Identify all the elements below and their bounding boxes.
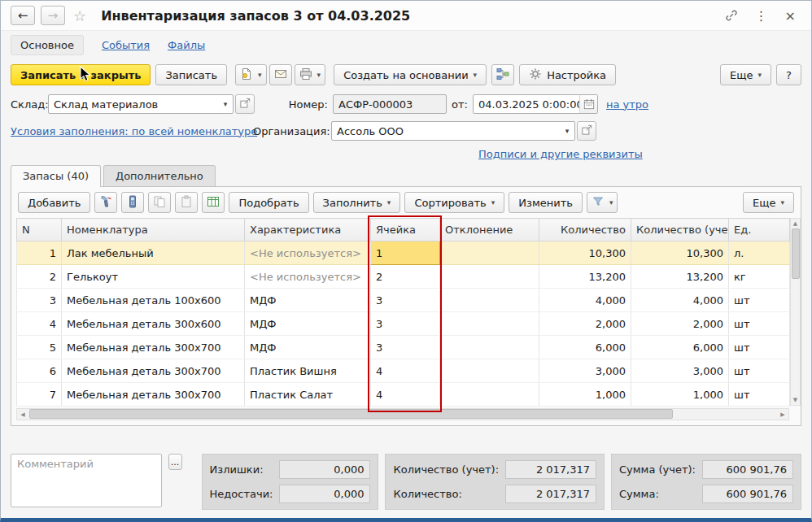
- table-row[interactable]: 4 Мебельная деталь 300х600 МДФ 3 2,000 2…: [17, 312, 790, 336]
- get-link-icon[interactable]: [719, 9, 744, 22]
- column-header-quantity[interactable]: Количество: [539, 219, 631, 241]
- forward-button[interactable]: →: [41, 6, 65, 25]
- cell-quantity[interactable]: 1,000: [539, 383, 631, 407]
- vertical-scrollbar[interactable]: ▲ ▼: [790, 218, 801, 406]
- grid-more-button[interactable]: Еще ▾: [743, 192, 794, 213]
- fill-button[interactable]: Заполнить ▾: [313, 192, 401, 213]
- warehouse-field[interactable]: Склад материалов ▾: [48, 94, 234, 114]
- cell-nomenclature[interactable]: Лак мебельный: [62, 241, 245, 265]
- cell-quantity[interactable]: 3,000: [539, 359, 631, 383]
- cell-bin[interactable]: 1: [371, 241, 440, 265]
- help-button[interactable]: ?: [776, 64, 801, 85]
- horizontal-scroll-thumb[interactable]: [29, 409, 673, 419]
- print-button[interactable]: ▾: [295, 64, 326, 85]
- cell-characteristic[interactable]: <Не используется>: [245, 265, 371, 289]
- cell-quantity[interactable]: 13,200: [539, 265, 631, 289]
- nav-tab-files[interactable]: Файлы: [168, 39, 205, 51]
- tab-additional[interactable]: Дополнительно: [103, 165, 216, 186]
- comment-expand-button[interactable]: ...: [168, 454, 182, 470]
- horizontal-scroll-track[interactable]: [28, 409, 777, 420]
- copy-row-button[interactable]: [148, 192, 171, 213]
- cell-unit[interactable]: шт: [729, 336, 790, 359]
- cell-quantity[interactable]: 4,000: [539, 289, 631, 312]
- settings-button[interactable]: Настройка: [519, 64, 616, 85]
- pick-items-button[interactable]: Подобрать: [229, 192, 308, 213]
- cell-deviation[interactable]: [440, 265, 539, 289]
- cell-quantity-acc[interactable]: 10,300: [631, 241, 729, 265]
- cell-characteristic[interactable]: МДФ: [245, 289, 371, 312]
- cell-n[interactable]: 3: [17, 289, 62, 312]
- cell-n[interactable]: 2: [17, 265, 62, 289]
- column-header-quantity-acc[interactable]: Количество (учет): [631, 219, 729, 241]
- scroll-down-icon[interactable]: ▼: [793, 395, 797, 405]
- cell-unit[interactable]: шт: [729, 312, 790, 336]
- scan-barcode-button[interactable]: [94, 192, 117, 213]
- column-header-cell[interactable]: Ячейка: [371, 219, 440, 241]
- cell-unit[interactable]: шт: [729, 289, 790, 312]
- number-field[interactable]: АСФР-000003: [333, 94, 447, 114]
- filter-button[interactable]: ▾: [587, 192, 618, 213]
- related-documents-button[interactable]: [491, 64, 514, 85]
- data-terminal-button[interactable]: [121, 192, 144, 213]
- scroll-up-icon[interactable]: ▲: [793, 219, 797, 228]
- save-button[interactable]: Записать: [155, 64, 227, 85]
- cell-nomenclature[interactable]: Мебельная деталь 100х600: [62, 289, 245, 312]
- cell-deviation[interactable]: [440, 336, 539, 359]
- create-based-on-button[interactable]: Создать на основании ▾: [334, 64, 487, 85]
- calendar-icon[interactable]: [579, 95, 597, 113]
- nav-tab-main[interactable]: Основное: [11, 35, 84, 55]
- paste-row-button[interactable]: [175, 192, 198, 213]
- table-row[interactable]: 6 Мебельная деталь 300х700 Пластик Вишня…: [17, 359, 790, 383]
- cell-quantity-acc[interactable]: 1,000: [631, 383, 729, 407]
- column-header-deviation[interactable]: Отклонение: [440, 219, 539, 241]
- chevron-down-icon[interactable]: ▾: [218, 95, 233, 113]
- output-list-button[interactable]: [202, 192, 225, 213]
- cell-deviation[interactable]: [440, 359, 539, 383]
- add-row-button[interactable]: Добавить: [18, 192, 90, 213]
- cell-quantity-acc[interactable]: 13,200: [631, 265, 729, 289]
- cell-characteristic[interactable]: МДФ: [245, 336, 371, 359]
- cell-quantity-acc[interactable]: 6,000: [631, 336, 729, 359]
- column-header-nomenclature[interactable]: Номенклатура: [62, 219, 245, 241]
- favorite-star-icon[interactable]: ☆: [73, 7, 86, 24]
- cell-deviation[interactable]: [440, 383, 539, 407]
- on-morning-link[interactable]: на утро: [606, 98, 648, 111]
- cell-n[interactable]: 6: [17, 359, 62, 383]
- table-row[interactable]: 2 Гелькоут <Не используется> 2 13,200 13…: [17, 265, 790, 289]
- files-button[interactable]: ▾: [235, 64, 267, 85]
- more-menu-icon[interactable]: ⋮: [749, 8, 774, 24]
- table-row[interactable]: 3 Мебельная деталь 100х600 МДФ 3 4,000 4…: [17, 289, 790, 312]
- date-field[interactable]: 04.03.2025 0:00:00: [473, 94, 598, 114]
- comment-input[interactable]: [11, 454, 162, 507]
- send-email-button[interactable]: [269, 64, 292, 85]
- cell-n[interactable]: 4: [17, 312, 62, 336]
- warehouse-open-button[interactable]: [235, 94, 255, 114]
- cell-n[interactable]: 7: [17, 383, 62, 407]
- cell-bin[interactable]: 4: [371, 383, 440, 407]
- back-button[interactable]: ←: [11, 6, 35, 25]
- cell-quantity[interactable]: 6,000: [539, 336, 631, 359]
- vertical-scroll-thumb[interactable]: [792, 228, 800, 279]
- cell-bin[interactable]: 3: [371, 289, 440, 312]
- table-row[interactable]: 7 Мебельная деталь 300х700 Пластик Салат…: [17, 383, 790, 407]
- cell-characteristic[interactable]: Пластик Вишня: [245, 359, 371, 383]
- cell-quantity-acc[interactable]: 2,000: [631, 312, 729, 336]
- column-header-unit[interactable]: Ед.: [729, 219, 790, 241]
- cell-unit[interactable]: л.: [729, 241, 790, 265]
- close-icon[interactable]: ×: [779, 8, 801, 24]
- organization-field[interactable]: Ассоль ООО ▾: [331, 121, 575, 141]
- fill-conditions-link[interactable]: Условия заполнения: по всей номенклатуре: [11, 125, 257, 137]
- more-button[interactable]: Еще ▾: [720, 64, 771, 85]
- cell-nomenclature[interactable]: Мебельная деталь 300х600: [62, 312, 245, 336]
- cell-unit[interactable]: шт: [729, 359, 790, 383]
- signatures-link[interactable]: Подписи и другие реквизиты: [478, 148, 643, 160]
- cell-nomenclature[interactable]: Гелькоут: [62, 265, 245, 289]
- cell-deviation[interactable]: [440, 241, 539, 265]
- table-row[interactable]: 5 Мебельная деталь 300х700 МДФ 3 6,000 6…: [17, 336, 790, 359]
- table-row[interactable]: 1 Лак мебельный <Не используется> 1 10,3…: [17, 241, 790, 265]
- cell-unit[interactable]: шт: [729, 383, 790, 407]
- tab-inventory[interactable]: Запасы (40): [11, 165, 101, 187]
- cell-bin[interactable]: 2: [371, 265, 440, 289]
- sort-button[interactable]: Сортировать ▾: [404, 192, 504, 213]
- scroll-right-icon[interactable]: ▶: [777, 410, 788, 420]
